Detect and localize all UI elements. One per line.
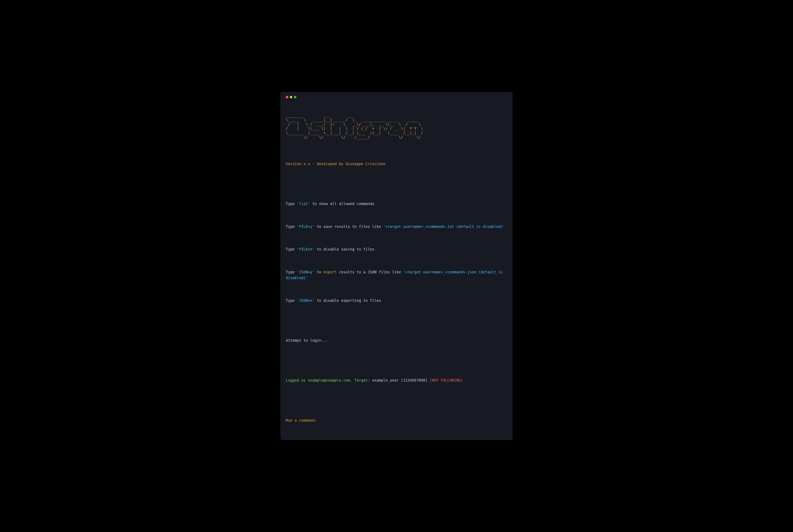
login-status: Logged as example@example.com. Target: e…: [286, 378, 507, 383]
minimize-icon[interactable]: [290, 96, 292, 98]
terminal-output[interactable]: ________ .__ __ \_____ \ _____|__| _____…: [286, 102, 507, 435]
zoom-icon[interactable]: [294, 96, 297, 98]
close-icon[interactable]: [286, 96, 288, 98]
login-attempt: Attempt to login...: [286, 338, 507, 343]
help-json-y: Type 'JSON=y' to export results to a JSO…: [286, 269, 507, 281]
command-prompt[interactable]: Run a command:: [286, 418, 507, 423]
ascii-banner: ________ .__ __ \_____ \ _____|__| _____…: [286, 113, 507, 139]
terminal-window: ________ .__ __ \_____ \ _____|__| _____…: [280, 92, 513, 440]
window-controls: [286, 96, 507, 98]
help-file-y: Type 'FILE=y' to save results to files l…: [286, 224, 507, 229]
help-json-n: Type 'JSON=n' to disable exporting to fi…: [286, 298, 507, 303]
help-file-n: Type 'FILE=n' to disable saving to files: [286, 246, 507, 252]
version-line: Version x.x - Developed by Giuseppe Cris…: [286, 161, 507, 167]
help-list: Type 'list' to show all allowed commands: [286, 201, 507, 207]
